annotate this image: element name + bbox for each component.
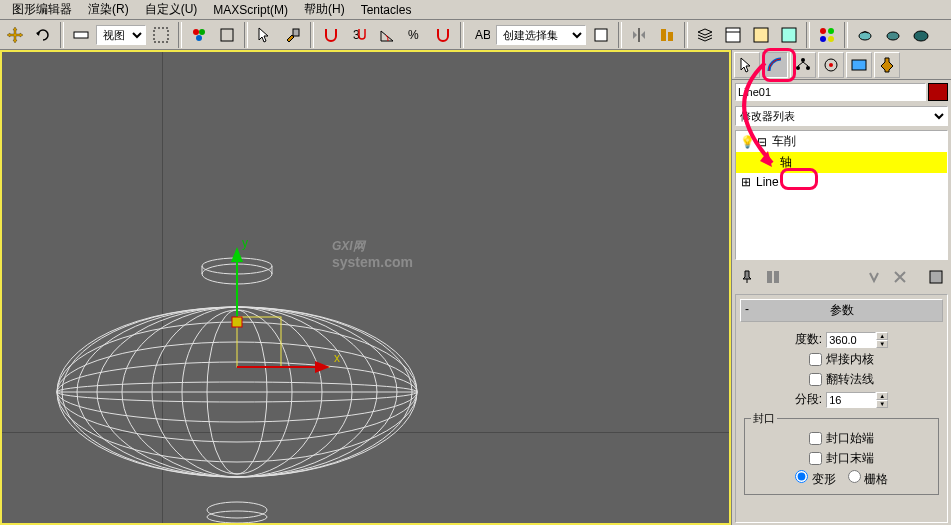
scene-explorer-icon[interactable] bbox=[720, 22, 746, 48]
cap-group-label: 封口 bbox=[751, 411, 777, 426]
selection-icon[interactable] bbox=[214, 22, 240, 48]
svg-rect-51 bbox=[232, 317, 242, 327]
stack-item-line[interactable]: ⊞ Line bbox=[736, 173, 947, 191]
cap-start-label: 封口始端 bbox=[826, 430, 874, 447]
modifier-stack[interactable]: 💡 ⊟ 车削 轴 ⊞ Line bbox=[735, 130, 948, 260]
cap-end-checkbox[interactable] bbox=[809, 452, 822, 465]
paint-icon[interactable] bbox=[280, 22, 306, 48]
degrees-spinner[interactable]: ▲▼ bbox=[826, 332, 888, 348]
move-tool-icon[interactable] bbox=[2, 22, 28, 48]
display-tab-icon[interactable] bbox=[846, 52, 872, 78]
quick-render-icon[interactable] bbox=[908, 22, 934, 48]
motion-tab-icon[interactable] bbox=[818, 52, 844, 78]
svg-line-56 bbox=[803, 62, 808, 66]
material-editor-icon[interactable] bbox=[814, 22, 840, 48]
link-icon[interactable] bbox=[68, 22, 94, 48]
undo-icon[interactable] bbox=[30, 22, 56, 48]
flip-normals-checkbox[interactable] bbox=[809, 373, 822, 386]
spinner-snap-icon[interactable] bbox=[430, 22, 456, 48]
snap-toggle-icon[interactable] bbox=[318, 22, 344, 48]
object-color-swatch[interactable] bbox=[928, 83, 948, 101]
percent-snap-icon[interactable]: % bbox=[402, 22, 428, 48]
object-name-input[interactable] bbox=[735, 83, 926, 101]
svg-rect-15 bbox=[754, 28, 768, 42]
angle-snap-icon[interactable] bbox=[374, 22, 400, 48]
modifier-list-dropdown[interactable]: 修改器列表 bbox=[735, 106, 948, 126]
segments-spinner[interactable]: ▲▼ bbox=[826, 392, 888, 408]
pin-stack-icon[interactable] bbox=[735, 266, 759, 288]
rollout-area: - 参数 度数: ▲▼ 焊接内核 翻转法线 bbox=[735, 294, 948, 523]
stack-item-axis[interactable]: 轴 bbox=[736, 152, 947, 173]
params-rollout-header[interactable]: - 参数 bbox=[740, 299, 943, 322]
menu-item-4[interactable]: 帮助(H) bbox=[296, 0, 353, 20]
svg-rect-5 bbox=[221, 29, 233, 41]
render-icon[interactable] bbox=[880, 22, 906, 48]
stack-axis-label: 轴 bbox=[780, 154, 792, 171]
svg-rect-16 bbox=[782, 28, 796, 42]
svg-point-52 bbox=[801, 58, 805, 62]
viewport[interactable]: y x GXI网 system.com bbox=[0, 50, 731, 525]
weld-core-checkbox[interactable] bbox=[809, 353, 822, 366]
collapse-icon[interactable]: ⊟ bbox=[756, 135, 768, 149]
svg-point-23 bbox=[914, 31, 928, 41]
selection-set-select[interactable]: 创建选择集 bbox=[496, 25, 586, 45]
stack-lathe-label: 车削 bbox=[772, 133, 796, 150]
menu-item-3[interactable]: MAXScript(M) bbox=[205, 1, 296, 19]
align-icon[interactable] bbox=[654, 22, 680, 48]
svg-point-42 bbox=[207, 511, 267, 523]
svg-rect-61 bbox=[774, 271, 779, 283]
utilities-tab-icon[interactable] bbox=[874, 52, 900, 78]
svg-point-3 bbox=[199, 29, 205, 35]
text-icon[interactable]: ABC bbox=[468, 22, 494, 48]
expand-icon[interactable]: ⊞ bbox=[740, 175, 752, 189]
curve-editor-icon[interactable] bbox=[748, 22, 774, 48]
cap-start-checkbox[interactable] bbox=[809, 432, 822, 445]
svg-rect-1 bbox=[154, 28, 168, 42]
make-unique-icon[interactable] bbox=[862, 266, 886, 288]
lightbulb-icon: 💡 bbox=[740, 135, 752, 149]
rollout-toggle-icon: - bbox=[745, 302, 749, 316]
svg-point-53 bbox=[796, 66, 800, 70]
spinner-buttons-2[interactable]: ▲▼ bbox=[876, 392, 888, 408]
grid-label: 栅格 bbox=[864, 472, 888, 486]
menu-item-2[interactable]: 自定义(U) bbox=[137, 0, 206, 20]
degrees-input[interactable] bbox=[826, 332, 876, 348]
weld-core-label: 焊接内核 bbox=[826, 351, 874, 368]
grid-radio[interactable] bbox=[848, 470, 861, 483]
menu-item-0[interactable]: 图形编辑器 bbox=[4, 0, 80, 20]
svg-point-22 bbox=[887, 32, 899, 40]
show-end-result-icon[interactable] bbox=[761, 266, 785, 288]
svg-point-4 bbox=[196, 35, 202, 41]
snap3-icon[interactable]: 3 bbox=[346, 22, 372, 48]
render-setup-icon[interactable] bbox=[852, 22, 878, 48]
edit-set-icon[interactable] bbox=[588, 22, 614, 48]
main-toolbar: 视图 3 % ABC 创建选择集 bbox=[0, 20, 951, 50]
cap-end-label: 封口末端 bbox=[826, 450, 874, 467]
create-tab-icon[interactable] bbox=[734, 52, 760, 78]
hierarchy-tab-icon[interactable] bbox=[790, 52, 816, 78]
layers-icon[interactable] bbox=[692, 22, 718, 48]
svg-rect-0 bbox=[74, 32, 88, 38]
svg-point-20 bbox=[828, 36, 834, 42]
modify-tab-icon[interactable] bbox=[762, 52, 788, 78]
spinner-buttons[interactable]: ▲▼ bbox=[876, 332, 888, 348]
mirror-icon[interactable] bbox=[626, 22, 652, 48]
schematic-icon[interactable] bbox=[776, 22, 802, 48]
svg-rect-59 bbox=[852, 60, 866, 70]
segments-input[interactable] bbox=[826, 392, 876, 408]
stack-item-lathe[interactable]: 💡 ⊟ 车削 bbox=[736, 131, 947, 152]
svg-rect-6 bbox=[293, 29, 299, 36]
view-select[interactable]: 视图 bbox=[96, 25, 146, 45]
menu-item-5[interactable]: Tentacles bbox=[353, 1, 420, 19]
menu-item-1[interactable]: 渲染(R) bbox=[80, 0, 137, 20]
svg-rect-12 bbox=[668, 32, 673, 41]
morph-radio[interactable] bbox=[795, 470, 808, 483]
select-window-icon[interactable] bbox=[148, 22, 174, 48]
configure-sets-icon[interactable] bbox=[924, 266, 948, 288]
degrees-label: 度数: bbox=[795, 331, 822, 348]
filter-icon[interactable] bbox=[186, 22, 212, 48]
segments-label: 分段: bbox=[795, 391, 822, 408]
cursor-icon[interactable] bbox=[252, 22, 278, 48]
remove-modifier-icon[interactable] bbox=[888, 266, 912, 288]
svg-marker-49 bbox=[315, 361, 330, 373]
